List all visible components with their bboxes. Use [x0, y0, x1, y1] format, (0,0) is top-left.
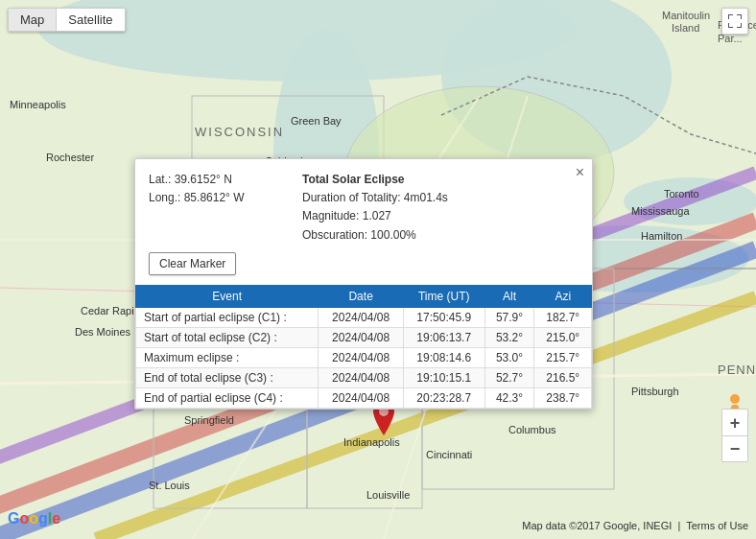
- clear-marker-button[interactable]: Clear Marker: [149, 252, 236, 275]
- eclipse-table: Event Date Time (UT) Alt Azi Start of pa…: [135, 285, 592, 409]
- svg-text:Manitoulin: Manitoulin: [662, 10, 710, 21]
- col-event: Event: [136, 285, 319, 307]
- col-alt: Alt: [484, 285, 534, 307]
- svg-point-26: [730, 394, 740, 404]
- terms-link[interactable]: Terms of Use: [686, 520, 748, 531]
- svg-text:Island: Island: [672, 22, 699, 34]
- eclipse-obscuration: Obscuration: 100.00%: [302, 226, 448, 245]
- expand-icon[interactable]: [721, 8, 748, 35]
- map-container: PENN Province Par... Manitoulin Island M…: [0, 0, 756, 539]
- table-row: End of partial eclipse (C4) :2024/04/082…: [136, 387, 592, 408]
- svg-text:PENN: PENN: [718, 363, 756, 377]
- popup-actions: Clear Marker: [135, 252, 592, 285]
- popup-close-button[interactable]: ×: [576, 165, 584, 180]
- map-data-label: Map data ©2017 Google, INEGI: [522, 520, 672, 531]
- eclipse-duration: Duration of Totality: 4m01.4s: [302, 189, 448, 207]
- map-attribution: Map data ©2017 Google, INEGI | Terms of …: [522, 520, 748, 531]
- col-date: Date: [319, 285, 404, 307]
- eclipse-title: Total Solar Eclipse: [302, 171, 448, 189]
- table-row: Start of partial eclipse (C1) :2024/04/0…: [136, 307, 592, 327]
- zoom-out-button[interactable]: −: [721, 435, 748, 462]
- eclipse-magnitude: Magnitude: 1.027: [302, 207, 448, 225]
- google-logo: Google: [8, 507, 65, 531]
- map-type-controls: Map Satellite: [8, 8, 126, 32]
- svg-text:Google: Google: [8, 510, 60, 527]
- table-row: End of total eclipse (C3) :2024/04/0819:…: [136, 367, 592, 387]
- satellite-tab[interactable]: Satellite: [57, 9, 124, 31]
- zoom-in-button[interactable]: +: [721, 409, 748, 435]
- map-tab[interactable]: Map: [9, 9, 57, 31]
- col-azi: Azi: [534, 285, 592, 307]
- zoom-controls: + −: [721, 409, 748, 462]
- col-time: Time (UT): [403, 285, 484, 307]
- popup-eclipse-info: Total Solar Eclipse Duration of Totality…: [302, 171, 448, 245]
- table-row: Maximum eclipse :2024/04/0819:08:14.653.…: [136, 347, 592, 367]
- long-label: Long.: 85.8612° W: [149, 189, 283, 207]
- info-popup: × Lat.: 39.6152° N Long.: 85.8612° W Tot…: [134, 158, 593, 410]
- lat-label: Lat.: 39.6152° N: [149, 171, 283, 189]
- popup-coords: Lat.: 39.6152° N Long.: 85.8612° W: [149, 171, 283, 245]
- table-row: Start of total eclipse (C2) :2024/04/081…: [136, 327, 592, 347]
